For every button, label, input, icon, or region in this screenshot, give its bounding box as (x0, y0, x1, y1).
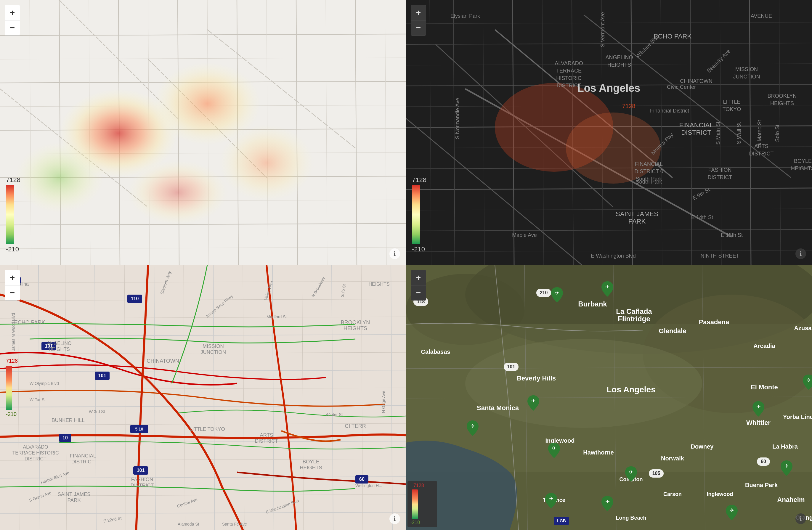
zoom-in-button-tl[interactable]: + (5, 5, 20, 20)
label-alvarado-bl: ALVARADO (23, 444, 48, 450)
label-santa-fe: Santa Fe Ave (222, 522, 247, 527)
label-w3rd: W 3rd St (89, 409, 105, 414)
label-angelino-bl: ANGELINO (47, 341, 72, 346)
info-button-br[interactable]: ℹ (795, 513, 806, 524)
svg-text:HEIGHTS: HEIGHTS (770, 100, 794, 106)
shield-101-sat: 101 (507, 364, 515, 369)
label-vermont: S Vermont Ave (600, 12, 606, 47)
svg-text:✈: ✈ (470, 423, 475, 429)
label-normandie: S Normandie Ave (454, 98, 461, 139)
map-top-left[interactable]: + − 7128 -210 ℹ (0, 0, 406, 265)
label-la-habra: La Habra (772, 443, 798, 450)
svg-text:DISTRICT: DISTRICT (681, 129, 711, 136)
zoom-out-button-br[interactable]: − (411, 285, 426, 300)
map-controls-bottom-right: + − (411, 270, 426, 300)
label-anaheim: Anaheim (777, 496, 805, 503)
svg-text:HEIGHTS: HEIGHTS (791, 165, 812, 172)
zoom-out-button-bl[interactable]: − (5, 285, 20, 300)
label-chinatown-bl: CHINATOWN (147, 358, 179, 364)
label-financial-district: FINANCIAL (679, 121, 713, 129)
svg-text:DISTRICT: DISTRICT (255, 438, 278, 444)
label-fashion-district: FASHION (708, 167, 731, 173)
legend-max-tr: 7128 (412, 176, 426, 184)
zoom-in-button-tr[interactable]: + (411, 5, 426, 20)
label-burbank: Burbank (578, 300, 607, 308)
svg-text:✈: ✈ (730, 507, 734, 513)
label-mission-bl: MISSION (203, 343, 224, 349)
svg-text:DISTRICT: DISTRICT (749, 151, 774, 157)
svg-rect-159 (412, 489, 418, 519)
label-winter: Winter St (326, 412, 343, 417)
legend-gradient-tr (412, 185, 420, 244)
label-long-beach: Long Beach (616, 515, 646, 521)
map-bottom-left[interactable]: 101 101 110 101 5·10 101 10 60 ECHO PARK… (0, 265, 406, 530)
label-whittier: Whittier (746, 419, 770, 426)
svg-text:HISTORIC: HISTORIC (556, 75, 582, 81)
shield-101-4: 101 (137, 468, 145, 473)
svg-text:✈: ✈ (605, 499, 610, 504)
shield-105: 105 (652, 471, 661, 476)
map-controls-top-right: + − (411, 5, 426, 35)
svg-text:✈: ✈ (784, 463, 789, 469)
label-heat-bl-max: 7128 (6, 358, 18, 364)
svg-text:PARK: PARK (628, 218, 646, 225)
zoom-out-button-tl[interactable]: − (5, 20, 20, 35)
label-elysian: Elysian Park (450, 13, 480, 19)
label-brooklyn-bl: BROOKLYN (341, 320, 370, 325)
svg-text:✈: ✈ (555, 290, 560, 296)
zoom-out-button-tr[interactable]: − (411, 20, 426, 35)
zoom-in-button-bl[interactable]: + (5, 270, 20, 285)
map-controls-bottom-left: + − (5, 270, 20, 300)
label-little-tokyo-bl: LITTLE TOKYO (190, 426, 225, 432)
svg-text:JUNCTION: JUNCTION (733, 74, 760, 80)
label-norwalk: Norwalk (661, 455, 684, 461)
zoom-in-button-br[interactable]: + (411, 270, 426, 285)
label-avenue: AVENUE (751, 13, 772, 19)
shield-60: 60 (359, 477, 364, 482)
svg-text:DISTRICT: DISTRICT (131, 483, 154, 488)
shield-5-10: 5·10 (135, 427, 143, 431)
legend-max-tl: 7128 (6, 176, 20, 184)
label-james-wood: James M Wood Blvd (11, 313, 16, 351)
svg-text:✈: ✈ (756, 404, 761, 410)
svg-text:DISTRICT: DISTRICT (25, 456, 46, 461)
city-label-la: Los Angeles (578, 82, 640, 94)
label-e14th: E 14th St (691, 215, 713, 220)
legend-min-tl: -210 (6, 246, 19, 253)
shield-lgb: LGB (557, 518, 566, 523)
legend-gradient-tl (6, 185, 14, 244)
label-little-tokyo: LITTLE (723, 99, 740, 105)
label-wtar-st: W-Tar St (30, 397, 46, 402)
info-button-bl[interactable]: ℹ (389, 513, 400, 524)
label-saint-james-bl: SAINT JAMES (57, 491, 90, 497)
label-pasadena: Pasadena (699, 318, 729, 326)
label-glendale: Glendale (659, 327, 686, 335)
shield-110: 110 (131, 296, 139, 301)
label-mateo-st: S Mateo St (757, 120, 763, 146)
label-9th-street: NINTH STREET (700, 253, 739, 259)
legend-sat-max: 7128 (414, 483, 424, 488)
label-n-gage: N Gage Ave (381, 391, 386, 413)
label-heat-max-tr: 7128 (622, 103, 636, 109)
svg-text:✈: ✈ (549, 496, 553, 502)
label-boyle: BOYLE (794, 158, 812, 164)
label-hawthorne: Hawthorne (583, 449, 613, 456)
svg-rect-127 (6, 366, 12, 410)
map-top-right[interactable]: Los Angeles ECHO PARK ANGELINO HEIGHTS C… (406, 0, 812, 265)
label-arts-bl: ARTS (260, 432, 273, 438)
label-wol-blvd: W Olympic Blvd (30, 381, 59, 386)
label-beverly-hills: Beverly Hills (517, 374, 556, 382)
svg-text:HEIGHTS: HEIGHTS (48, 347, 70, 352)
label-inglewood2: Inglewood (707, 491, 733, 497)
svg-text:DISTRICT: DISTRICT (71, 459, 95, 465)
info-button-tr[interactable]: ℹ (795, 248, 806, 259)
label-ew-blvd: E Washington Blvd (591, 253, 636, 259)
map-bottom-right[interactable]: La Cañada Flintridge Burbank Glendale Pa… (406, 265, 812, 530)
label-downey: Downey (691, 443, 714, 450)
label-smain-st: S Main St (715, 122, 721, 145)
svg-text:Flintridge: Flintridge (618, 315, 650, 323)
svg-text:TERRACE HISTORIC: TERRACE HISTORIC (12, 450, 59, 455)
legend-top-right: 7128 -210 (412, 176, 426, 253)
svg-text:DISTRICT 0: DISTRICT 0 (634, 168, 663, 174)
info-button-tl[interactable]: ℹ (389, 248, 400, 259)
